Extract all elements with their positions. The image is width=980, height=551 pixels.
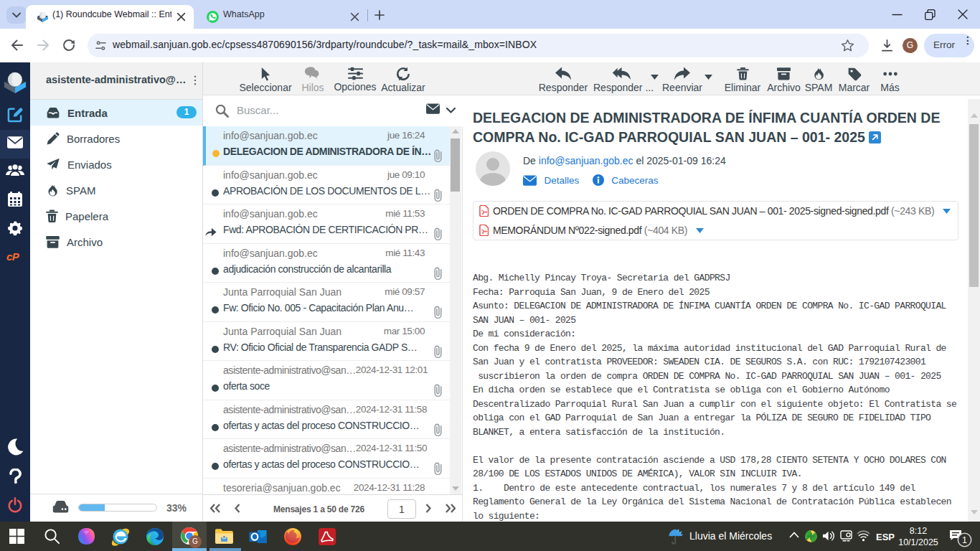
- svg-text:1: 1: [962, 535, 967, 545]
